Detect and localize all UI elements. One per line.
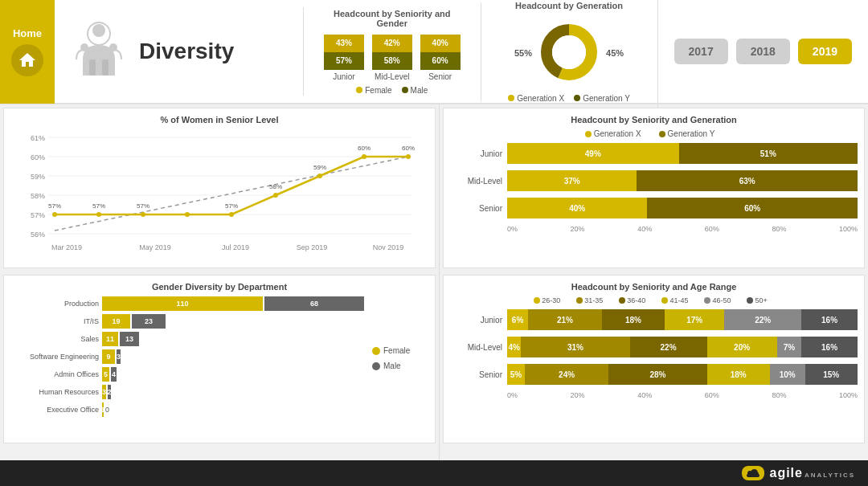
male-bar: 23	[132, 314, 166, 329]
dept-chart-body: Production 110 68 IT/IS 19 23 Sales 11 1…	[10, 296, 428, 420]
axis-label: 80%	[772, 391, 786, 399]
svg-text:56%: 56%	[31, 231, 45, 239]
year-button[interactable]: 2019	[798, 39, 852, 64]
dept-bar-group: 1 0	[102, 402, 115, 417]
svg-text:57%: 57%	[225, 202, 238, 210]
age-seg: 7%	[777, 337, 802, 357]
age-seg: 16%	[801, 337, 858, 357]
dept-row: Sales 11 13	[10, 332, 364, 346]
svg-point-33	[317, 174, 322, 178]
svg-point-31	[229, 212, 234, 217]
age-chart-title: Headcount by Seniority and Age Range	[450, 282, 858, 292]
row-bar: 37% 63%	[507, 170, 858, 191]
svg-text:60%: 60%	[402, 145, 415, 152]
axis-label: 20%	[571, 225, 585, 233]
legend-item: Generation Y	[574, 94, 630, 103]
axis-label: 0%	[507, 225, 518, 233]
age-axis: 0%20%40%60%80%100%	[450, 391, 858, 399]
age-seg: 17%	[665, 309, 724, 330]
generation-title: Headcount by Generation	[515, 1, 623, 10]
seniority-gender-title: Headcount by Seniority and Gender	[320, 9, 465, 28]
female-bar: 42%	[372, 35, 412, 52]
age-seg: 5%	[507, 364, 525, 385]
left-panels: % of Women in Senior Level 61% 60% 59% 5…	[0, 104, 440, 460]
header: Home Diversity	[0, 0, 868, 104]
gen-x-label: 55%	[514, 48, 532, 58]
age-legend-item: 26-30	[534, 296, 560, 304]
male-bar: 2	[108, 385, 111, 399]
dept-bars: Production 110 68 IT/IS 19 23 Sales 11 1…	[10, 296, 364, 420]
svg-text:57%: 57%	[31, 211, 45, 219]
age-seg: 18%	[602, 309, 665, 330]
svg-text:59%: 59%	[313, 164, 326, 171]
axis-label: 100%	[839, 225, 858, 233]
row-bar: 5%24%28%18%10%15%	[507, 364, 858, 385]
dept-row: Software Engineering 9 3	[10, 349, 364, 364]
male-bar: 13	[120, 332, 139, 346]
male-bar: 60%	[420, 52, 461, 70]
female-bar: 5	[102, 367, 109, 382]
age-seg: 28%	[608, 364, 706, 385]
row-bar: 49% 51%	[507, 143, 858, 164]
male-bar: 4	[111, 367, 117, 382]
svg-point-34	[362, 154, 366, 159]
dept-legend-item: Female	[372, 346, 428, 355]
male-bar: 57%	[324, 52, 364, 70]
diversity-section: Diversity	[55, 7, 304, 96]
svg-text:60%: 60%	[31, 153, 45, 161]
axis-label: 0%	[507, 391, 518, 399]
age-row: Junior 6%21%18%17%22%16%	[450, 309, 858, 330]
female-bar: 3	[102, 385, 106, 399]
female-bar: 110	[102, 296, 263, 311]
legend-item: Generation X	[585, 129, 641, 138]
home-button[interactable]: Home	[0, 0, 55, 104]
gen-y-seg: 51%	[679, 143, 858, 164]
male-bar: 68	[264, 296, 364, 311]
year-button[interactable]: 2017	[674, 39, 728, 64]
legend-item: Generation X	[508, 94, 564, 103]
dept-row: Executive Office 1 0	[10, 402, 364, 417]
dept-chart-title: Gender Diversity by Department	[10, 282, 428, 292]
home-label: Home	[13, 27, 42, 39]
sen-gen-row: Mid-Level 37% 63%	[450, 170, 858, 191]
age-seg: 16%	[801, 309, 858, 330]
svg-text:57%: 57%	[48, 202, 61, 210]
footer: agile ANALYTICS	[0, 460, 868, 486]
age-seg: 22%	[724, 309, 801, 330]
row-bar: 40% 60%	[507, 198, 858, 218]
svg-text:59%: 59%	[31, 173, 45, 181]
female-bar: 1	[102, 402, 104, 417]
cloud-icon	[742, 466, 764, 480]
year-button[interactable]: 2018	[736, 39, 790, 64]
age-seg: 21%	[528, 309, 602, 330]
dept-row: Admin Offices 5 4	[10, 367, 364, 382]
axis-label: 60%	[705, 225, 719, 233]
female-bar: 11	[102, 332, 118, 346]
legend-dot	[619, 297, 625, 304]
age-legend-item: 50+	[747, 296, 767, 304]
row-label: Mid-Level	[450, 177, 502, 186]
legend-dot	[402, 87, 408, 93]
gen-x-seg: 37%	[507, 170, 637, 191]
female-bar: 9	[102, 349, 115, 364]
age-legend: 26-3031-3536-4041-4546-5050+	[450, 296, 858, 304]
gen-y-label: 45%	[606, 48, 624, 58]
age-seg: 10%	[770, 364, 805, 385]
dept-name: Admin Offices	[10, 370, 99, 378]
dept-bar-group: 110 68	[102, 296, 364, 311]
age-seg: 22%	[630, 337, 707, 357]
svg-text:57%: 57%	[92, 202, 105, 210]
brand-text: agile	[769, 466, 802, 480]
sen-gen-row: Junior 49% 51%	[450, 143, 858, 164]
female-bar: 43%	[324, 35, 364, 52]
svg-point-35	[406, 154, 411, 159]
year-section: 201720182019	[658, 32, 868, 71]
age-chart-panel: Headcount by Seniority and Age Range 26-…	[443, 275, 865, 443]
axis-label: 40%	[637, 225, 652, 233]
seniority-gender-legend: FemaleMale	[320, 86, 465, 95]
svg-point-1	[92, 24, 105, 37]
seniority-gender-group: 42% 58% Mid-Level	[372, 35, 412, 81]
age-row: Senior 5%24%28%18%10%15%	[450, 364, 858, 385]
age-bars: Junior 6%21%18%17%22%16% Mid-Level 4%31%…	[450, 309, 858, 385]
group-label: Senior	[428, 72, 452, 81]
